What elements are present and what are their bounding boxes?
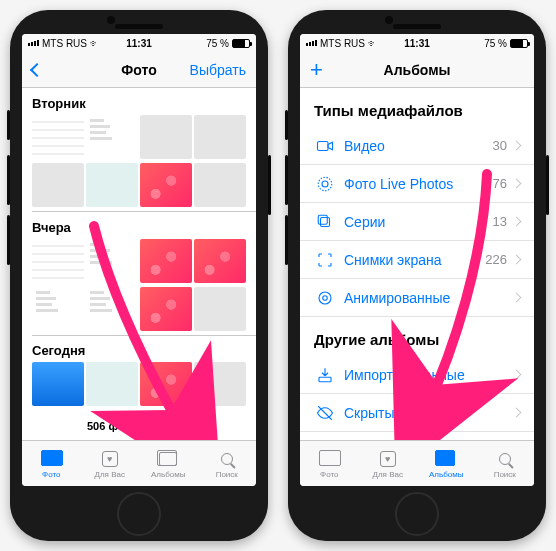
search-icon xyxy=(499,453,511,465)
row-label: Серии xyxy=(336,214,493,230)
status-time: 11:31 xyxy=(126,38,152,49)
thumb-row xyxy=(22,239,256,287)
live-photos-icon xyxy=(314,175,336,193)
section-today: Сегодня xyxy=(22,335,256,362)
tab-label: Для Вас xyxy=(95,470,125,479)
tab-albums[interactable]: Альбомы xyxy=(139,441,198,486)
svg-rect-7 xyxy=(319,377,331,382)
row-animated[interactable]: Анимированные xyxy=(300,279,534,317)
battery-percent: 75 % xyxy=(484,38,507,49)
chevron-right-icon xyxy=(512,370,522,380)
row-screenshots[interactable]: Снимки экрана 226 xyxy=(300,241,534,279)
library-summary: 506 фото, 30 видео xyxy=(22,410,256,436)
add-button[interactable]: + xyxy=(310,59,323,81)
tab-label: Фото xyxy=(42,470,60,479)
wifi-icon: ᯤ xyxy=(90,38,100,49)
row-label: Снимки экрана xyxy=(336,252,485,268)
row-count: 76 xyxy=(493,176,507,191)
photo-thumb[interactable] xyxy=(140,239,192,283)
nav-bar: Фото Выбрать xyxy=(22,52,256,88)
thumb-row xyxy=(22,163,256,211)
foryou-icon xyxy=(102,451,118,467)
svg-point-5 xyxy=(319,292,331,304)
plus-icon: + xyxy=(310,59,323,81)
tab-foryou[interactable]: Для Вас xyxy=(359,441,418,486)
svg-rect-4 xyxy=(318,215,327,224)
carrier-label: MTS RUS xyxy=(320,38,365,49)
back-button[interactable] xyxy=(32,65,44,75)
chevron-right-icon xyxy=(512,293,522,303)
photo-thumb[interactable] xyxy=(194,115,246,159)
tab-photos[interactable]: Фото xyxy=(300,441,359,486)
albums-content[interactable]: Типы медиафайлов Видео 30 Фото Live Phot… xyxy=(300,88,534,440)
status-bar: MTS RUS ᯤ 11:31 75 % xyxy=(300,34,534,52)
photo-thumb[interactable] xyxy=(140,362,192,406)
carrier-label: MTS RUS xyxy=(42,38,87,49)
row-imported[interactable]: Импортированные xyxy=(300,356,534,394)
photo-thumb[interactable] xyxy=(86,163,138,207)
tab-label: Альбомы xyxy=(151,470,185,479)
photo-thumb[interactable] xyxy=(140,287,192,331)
row-video[interactable]: Видео 30 xyxy=(300,127,534,165)
tab-label: Фото xyxy=(320,470,338,479)
tab-search[interactable]: Поиск xyxy=(476,441,535,486)
tab-photos[interactable]: Фото xyxy=(22,441,81,486)
status-bar: MTS RUS ᯤ 11:31 75 % xyxy=(22,34,256,52)
photo-thumb[interactable] xyxy=(86,115,138,159)
phone-right: MTS RUS ᯤ 11:31 75 % + Альбомы Типы меди… xyxy=(288,10,546,541)
photo-thumb[interactable] xyxy=(86,287,138,331)
svg-rect-0 xyxy=(318,141,329,150)
albums-icon xyxy=(437,452,455,466)
battery-percent: 75 % xyxy=(206,38,229,49)
row-recently-deleted[interactable]: Недавно удаленные 13 xyxy=(300,432,534,440)
photo-thumb[interactable] xyxy=(194,239,246,283)
photo-thumb[interactable] xyxy=(32,239,84,283)
import-icon xyxy=(314,366,336,384)
photos-icon xyxy=(319,452,339,466)
photo-thumb[interactable] xyxy=(194,287,246,331)
chevron-right-icon xyxy=(512,179,522,189)
photo-thumb[interactable] xyxy=(32,163,84,207)
svg-point-1 xyxy=(322,181,328,187)
photos-icon xyxy=(41,452,61,466)
row-count: 13 xyxy=(493,214,507,229)
row-bursts[interactable]: Серии 13 xyxy=(300,203,534,241)
photo-thumb[interactable] xyxy=(32,115,84,159)
photos-content[interactable]: Вторник Вчера xyxy=(22,88,256,440)
photo-thumb[interactable] xyxy=(140,163,192,207)
photo-thumb[interactable] xyxy=(86,362,138,406)
tab-label: Поиск xyxy=(494,470,516,479)
photo-thumb[interactable] xyxy=(86,239,138,283)
chevron-right-icon xyxy=(512,408,522,418)
home-button[interactable] xyxy=(117,492,161,536)
tab-albums[interactable]: Альбомы xyxy=(417,441,476,486)
chevron-right-icon xyxy=(512,141,522,151)
svg-point-2 xyxy=(318,177,332,191)
row-hidden[interactable]: Скрытые xyxy=(300,394,534,432)
row-label: Скрытые xyxy=(336,405,513,421)
photo-thumb[interactable] xyxy=(32,362,84,406)
svg-point-6 xyxy=(323,295,328,300)
photo-thumb[interactable] xyxy=(140,115,192,159)
tab-search[interactable]: Поиск xyxy=(198,441,257,486)
thumb-row xyxy=(22,115,256,163)
nav-title: Фото xyxy=(121,62,156,78)
photo-thumb[interactable] xyxy=(32,287,84,331)
photo-thumb[interactable] xyxy=(194,362,246,406)
tab-foryou[interactable]: Для Вас xyxy=(81,441,140,486)
tab-bar: Фото Для Вас Альбомы Поиск xyxy=(22,440,256,486)
foryou-icon xyxy=(380,451,396,467)
chevron-right-icon xyxy=(512,217,522,227)
photo-thumb[interactable] xyxy=(194,163,246,207)
battery-icon xyxy=(232,39,250,48)
row-live-photos[interactable]: Фото Live Photos 76 xyxy=(300,165,534,203)
signal-icon xyxy=(28,40,39,46)
nav-title: Альбомы xyxy=(384,62,451,78)
albums-icon xyxy=(159,452,177,466)
search-icon xyxy=(221,453,233,465)
video-icon xyxy=(314,137,336,155)
row-label: Фото Live Photos xyxy=(336,176,493,192)
select-button[interactable]: Выбрать xyxy=(190,62,246,78)
home-button[interactable] xyxy=(395,492,439,536)
signal-icon xyxy=(306,40,317,46)
